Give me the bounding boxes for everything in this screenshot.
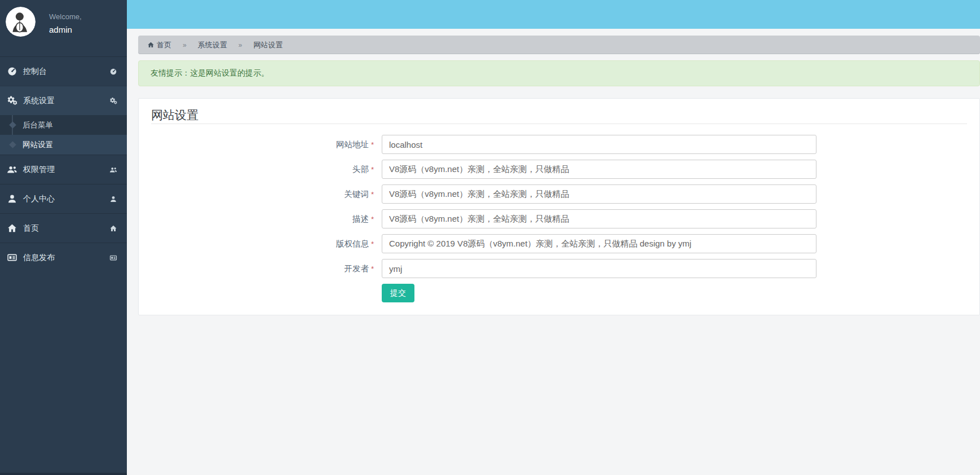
main-content: 首页 » 系统设置 » 网站设置 友情提示：这是网站设置的提示。 网站设置 网站… (127, 29, 980, 475)
field-label: 描述* (151, 214, 374, 225)
keywords-input[interactable] (382, 184, 816, 204)
sidebar-section-system-settings: 系统设置 后台菜单 网站设置 (0, 86, 127, 155)
home-icon (7, 223, 17, 234)
required-asterisk: * (371, 165, 374, 174)
tip-alert-text: 友情提示：这是网站设置的提示。 (151, 68, 269, 78)
site-url-input[interactable] (382, 135, 816, 154)
copyright-input[interactable] (382, 234, 816, 253)
breadcrumb-separator: » (183, 41, 187, 49)
required-asterisk: * (371, 140, 374, 149)
submit-row: 提交 (382, 284, 967, 302)
sidebar-submenu: 后台菜单 网站设置 (0, 115, 127, 155)
tachometer-icon (7, 66, 17, 77)
home-icon (109, 225, 117, 232)
site-settings-panel: 网站设置 网站地址* 头部* 关键词* (138, 98, 980, 315)
home-icon (147, 41, 154, 49)
field-label: 版权信息* (151, 239, 374, 249)
developer-input[interactable] (382, 259, 816, 278)
admin-app: Welcome, admin 控制台 系统设置 后台菜单 网站设置 (0, 0, 980, 475)
newspaper-icon (109, 254, 117, 262)
site-settings-form: 网站地址* 头部* 关键词* (151, 135, 967, 302)
sidebar-item-label: 控制台 (23, 67, 47, 77)
form-row: 描述* (151, 209, 967, 228)
breadcrumb-label: 网站设置 (253, 40, 282, 50)
tip-alert: 友情提示：这是网站设置的提示。 (138, 60, 980, 86)
description-input[interactable] (382, 209, 816, 228)
sidebar-subitem-backend-menu[interactable]: 后台菜单 (0, 115, 127, 135)
required-asterisk: * (371, 240, 374, 248)
breadcrumb-label: 系统设置 (198, 40, 227, 50)
user-icon (109, 195, 117, 203)
sidebar-item-label: 个人中心 (23, 194, 55, 204)
page-title: 网站设置 (151, 108, 967, 124)
sidebar-item-info-publish[interactable]: 信息发布 (0, 243, 127, 272)
breadcrumb-item-system-settings[interactable]: 系统设置 (198, 40, 227, 50)
welcome-label: Welcome, (49, 12, 82, 21)
top-bar (127, 0, 980, 29)
required-asterisk: * (371, 265, 374, 273)
form-row: 版权信息* (151, 234, 967, 253)
breadcrumb-separator: » (239, 41, 242, 49)
sidebar-item-system-settings[interactable]: 系统设置 (0, 86, 127, 115)
tachometer-icon (109, 68, 117, 76)
breadcrumb: 首页 » 系统设置 » 网站设置 (138, 36, 980, 54)
breadcrumb-item-home[interactable]: 首页 (147, 40, 171, 50)
sidebar-subitem-label: 网站设置 (23, 140, 53, 150)
sidebar-item-permissions[interactable]: 权限管理 (0, 155, 127, 184)
cogs-icon (109, 97, 117, 105)
field-label: 网站地址* (151, 139, 374, 150)
form-row: 关键词* (151, 184, 967, 204)
users-icon (109, 166, 117, 174)
sidebar: Welcome, admin 控制台 系统设置 后台菜单 网站设置 (0, 0, 127, 475)
required-asterisk: * (371, 215, 374, 223)
sidebar-subitem-site-settings[interactable]: 网站设置 (0, 135, 127, 155)
sidebar-item-label: 首页 (23, 223, 39, 234)
sidebar-subitem-label: 后台菜单 (23, 120, 53, 130)
avatar[interactable] (6, 7, 36, 37)
form-row: 头部* (151, 160, 967, 179)
breadcrumb-item-site-settings: 网站设置 (253, 40, 282, 50)
username-label: admin (49, 25, 82, 34)
field-label: 关键词* (151, 189, 374, 200)
form-row: 网站地址* (151, 135, 967, 154)
sidebar-item-dashboard[interactable]: 控制台 (0, 56, 127, 86)
submit-button[interactable]: 提交 (382, 284, 414, 302)
newspaper-icon (7, 252, 17, 263)
users-icon (7, 164, 17, 175)
field-label: 头部* (151, 164, 374, 175)
field-label: 开发者* (151, 263, 374, 274)
user-profile: Welcome, admin (0, 0, 127, 56)
sidebar-item-profile-center[interactable]: 个人中心 (0, 184, 127, 213)
form-row: 开发者* (151, 259, 967, 278)
profile-text: Welcome, admin (49, 12, 82, 34)
header-input[interactable] (382, 160, 816, 179)
sidebar-item-label: 系统设置 (23, 96, 55, 106)
sidebar-item-label: 信息发布 (23, 253, 55, 263)
required-asterisk: * (371, 190, 374, 199)
sidebar-item-home[interactable]: 首页 (0, 213, 127, 243)
breadcrumb-label: 首页 (157, 40, 171, 50)
avatar-image (6, 7, 36, 37)
user-icon (7, 193, 17, 204)
cogs-icon (7, 95, 17, 106)
sidebar-item-label: 权限管理 (23, 165, 55, 175)
